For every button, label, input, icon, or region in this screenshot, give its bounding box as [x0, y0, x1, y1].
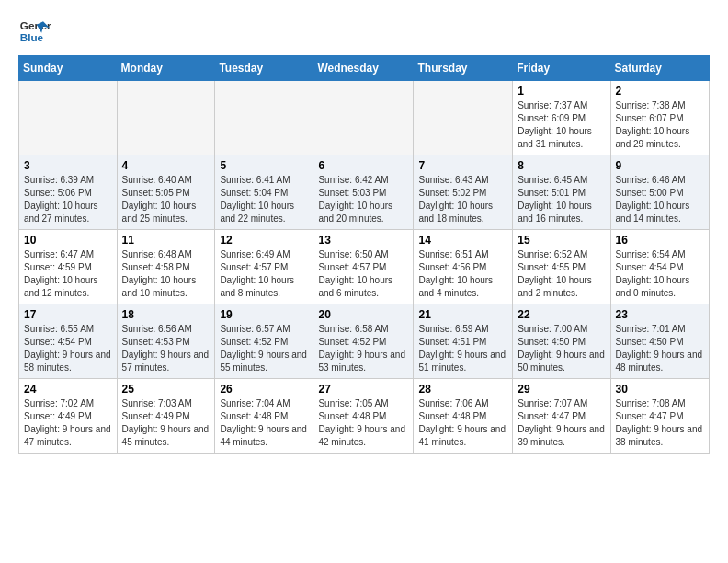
calendar-week-row: 1Sunrise: 7:37 AM Sunset: 6:09 PM Daylig…: [19, 81, 710, 155]
day-number: 16: [616, 234, 704, 247]
day-number: 11: [122, 234, 210, 247]
calendar-cell: 19Sunrise: 6:57 AM Sunset: 4:52 PM Dayli…: [215, 304, 313, 379]
calendar-cell: 29Sunrise: 7:07 AM Sunset: 4:47 PM Dayli…: [513, 379, 610, 454]
day-info: Sunrise: 6:43 AM Sunset: 5:02 PM Dayligh…: [418, 174, 507, 225]
calendar-cell: 3Sunrise: 6:39 AM Sunset: 5:06 PM Daylig…: [19, 155, 118, 230]
day-number: 20: [318, 308, 408, 321]
calendar-cell: 9Sunrise: 6:46 AM Sunset: 5:00 PM Daylig…: [610, 155, 709, 230]
svg-text:Blue: Blue: [20, 31, 44, 43]
day-info: Sunrise: 7:00 AM Sunset: 4:50 PM Dayligh…: [518, 323, 605, 374]
day-info: Sunrise: 7:38 AM Sunset: 6:07 PM Dayligh…: [616, 99, 704, 151]
calendar-cell: 23Sunrise: 7:01 AM Sunset: 4:50 PM Dayli…: [610, 304, 709, 379]
day-number: 10: [24, 234, 112, 247]
calendar: SundayMondayTuesdayWednesdayThursdayFrid…: [18, 55, 710, 454]
calendar-cell: 12Sunrise: 6:49 AM Sunset: 4:57 PM Dayli…: [215, 230, 313, 304]
calendar-cell: 10Sunrise: 6:47 AM Sunset: 4:59 PM Dayli…: [19, 230, 118, 304]
day-number: 27: [318, 383, 408, 396]
day-of-week-header: Wednesday: [313, 56, 414, 81]
header: General Blue: [18, 15, 710, 48]
day-number: 8: [518, 159, 605, 172]
day-number: 2: [616, 85, 704, 98]
calendar-week-row: 3Sunrise: 6:39 AM Sunset: 5:06 PM Daylig…: [19, 155, 710, 230]
calendar-cell: 18Sunrise: 6:56 AM Sunset: 4:53 PM Dayli…: [117, 304, 215, 379]
day-info: Sunrise: 6:40 AM Sunset: 5:05 PM Dayligh…: [122, 174, 210, 225]
day-number: 25: [122, 383, 210, 396]
calendar-week-row: 10Sunrise: 6:47 AM Sunset: 4:59 PM Dayli…: [19, 230, 710, 304]
calendar-cell: 2Sunrise: 7:38 AM Sunset: 6:07 PM Daylig…: [610, 81, 709, 155]
day-number: 15: [518, 234, 605, 247]
day-info: Sunrise: 6:58 AM Sunset: 4:52 PM Dayligh…: [318, 323, 408, 374]
day-info: Sunrise: 7:37 AM Sunset: 6:09 PM Dayligh…: [518, 99, 605, 151]
day-of-week-header: Friday: [513, 56, 610, 81]
calendar-cell: 20Sunrise: 6:58 AM Sunset: 4:52 PM Dayli…: [313, 304, 414, 379]
calendar-cell: 14Sunrise: 6:51 AM Sunset: 4:56 PM Dayli…: [414, 230, 513, 304]
day-info: Sunrise: 7:04 AM Sunset: 4:48 PM Dayligh…: [220, 397, 308, 449]
calendar-cell: 27Sunrise: 7:05 AM Sunset: 4:48 PM Dayli…: [313, 379, 414, 454]
calendar-cell: 8Sunrise: 6:45 AM Sunset: 5:01 PM Daylig…: [513, 155, 610, 230]
logo-icon: General Blue: [18, 15, 51, 48]
day-info: Sunrise: 7:02 AM Sunset: 4:49 PM Dayligh…: [24, 397, 112, 449]
calendar-cell: 21Sunrise: 6:59 AM Sunset: 4:51 PM Dayli…: [414, 304, 513, 379]
calendar-cell: 11Sunrise: 6:48 AM Sunset: 4:58 PM Dayli…: [117, 230, 215, 304]
calendar-cell: 30Sunrise: 7:08 AM Sunset: 4:47 PM Dayli…: [610, 379, 709, 454]
day-info: Sunrise: 6:57 AM Sunset: 4:52 PM Dayligh…: [220, 323, 308, 374]
day-info: Sunrise: 6:59 AM Sunset: 4:51 PM Dayligh…: [418, 323, 507, 374]
day-info: Sunrise: 7:05 AM Sunset: 4:48 PM Dayligh…: [318, 397, 408, 449]
calendar-cell: [215, 81, 313, 155]
day-info: Sunrise: 6:45 AM Sunset: 5:01 PM Dayligh…: [518, 174, 605, 225]
day-of-week-header: Sunday: [19, 56, 118, 81]
day-number: 22: [518, 308, 605, 321]
day-number: 5: [220, 159, 308, 172]
calendar-cell: [414, 81, 513, 155]
calendar-header-row: SundayMondayTuesdayWednesdayThursdayFrid…: [19, 56, 710, 81]
day-info: Sunrise: 6:50 AM Sunset: 4:57 PM Dayligh…: [318, 248, 408, 300]
day-info: Sunrise: 7:01 AM Sunset: 4:50 PM Dayligh…: [616, 323, 704, 374]
day-of-week-header: Thursday: [414, 56, 513, 81]
day-info: Sunrise: 6:41 AM Sunset: 5:04 PM Dayligh…: [220, 174, 308, 225]
day-info: Sunrise: 6:49 AM Sunset: 4:57 PM Dayligh…: [220, 248, 308, 300]
day-info: Sunrise: 7:07 AM Sunset: 4:47 PM Dayligh…: [518, 397, 605, 449]
day-number: 9: [616, 159, 704, 172]
calendar-week-row: 17Sunrise: 6:55 AM Sunset: 4:54 PM Dayli…: [19, 304, 710, 379]
day-info: Sunrise: 6:48 AM Sunset: 4:58 PM Dayligh…: [122, 248, 210, 300]
day-number: 1: [518, 85, 605, 98]
day-number: 7: [418, 159, 507, 172]
calendar-cell: [19, 81, 118, 155]
day-of-week-header: Tuesday: [215, 56, 313, 81]
day-of-week-header: Saturday: [610, 56, 709, 81]
day-number: 26: [220, 383, 308, 396]
day-number: 12: [220, 234, 308, 247]
day-number: 13: [318, 234, 408, 247]
day-info: Sunrise: 7:06 AM Sunset: 4:48 PM Dayligh…: [418, 397, 507, 449]
day-number: 14: [418, 234, 507, 247]
day-number: 24: [24, 383, 112, 396]
calendar-cell: 1Sunrise: 7:37 AM Sunset: 6:09 PM Daylig…: [513, 81, 610, 155]
logo: General Blue: [18, 15, 51, 48]
calendar-cell: [313, 81, 414, 155]
day-info: Sunrise: 6:54 AM Sunset: 4:54 PM Dayligh…: [616, 248, 704, 300]
calendar-cell: 6Sunrise: 6:42 AM Sunset: 5:03 PM Daylig…: [313, 155, 414, 230]
calendar-cell: 28Sunrise: 7:06 AM Sunset: 4:48 PM Dayli…: [414, 379, 513, 454]
day-number: 3: [24, 159, 112, 172]
calendar-cell: 25Sunrise: 7:03 AM Sunset: 4:49 PM Dayli…: [117, 379, 215, 454]
day-info: Sunrise: 6:56 AM Sunset: 4:53 PM Dayligh…: [122, 323, 210, 374]
day-info: Sunrise: 7:08 AM Sunset: 4:47 PM Dayligh…: [616, 397, 704, 449]
day-of-week-header: Monday: [117, 56, 215, 81]
day-number: 18: [122, 308, 210, 321]
calendar-cell: 15Sunrise: 6:52 AM Sunset: 4:55 PM Dayli…: [513, 230, 610, 304]
day-info: Sunrise: 7:03 AM Sunset: 4:49 PM Dayligh…: [122, 397, 210, 449]
day-info: Sunrise: 6:52 AM Sunset: 4:55 PM Dayligh…: [518, 248, 605, 300]
calendar-cell: 16Sunrise: 6:54 AM Sunset: 4:54 PM Dayli…: [610, 230, 709, 304]
day-number: 28: [418, 383, 507, 396]
day-info: Sunrise: 6:47 AM Sunset: 4:59 PM Dayligh…: [24, 248, 112, 300]
calendar-cell: 24Sunrise: 7:02 AM Sunset: 4:49 PM Dayli…: [19, 379, 118, 454]
calendar-cell: [117, 81, 215, 155]
calendar-cell: 4Sunrise: 6:40 AM Sunset: 5:05 PM Daylig…: [117, 155, 215, 230]
day-number: 23: [616, 308, 704, 321]
day-number: 4: [122, 159, 210, 172]
day-number: 21: [418, 308, 507, 321]
calendar-body: 1Sunrise: 7:37 AM Sunset: 6:09 PM Daylig…: [19, 81, 710, 454]
day-info: Sunrise: 6:39 AM Sunset: 5:06 PM Dayligh…: [24, 174, 112, 225]
day-number: 17: [24, 308, 112, 321]
day-info: Sunrise: 6:51 AM Sunset: 4:56 PM Dayligh…: [418, 248, 507, 300]
